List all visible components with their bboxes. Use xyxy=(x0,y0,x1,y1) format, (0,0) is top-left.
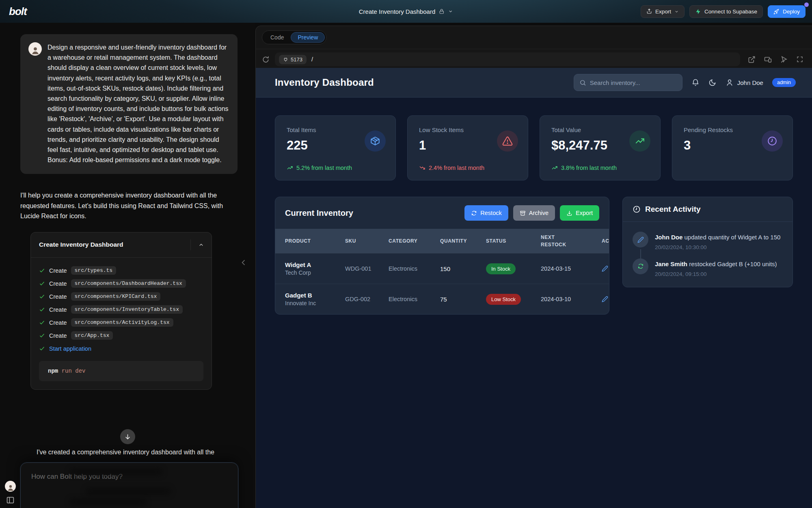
kpi-trend-text: 5.2% from last month xyxy=(296,165,352,171)
chevron-down-icon xyxy=(674,9,679,14)
column-header: STATUS xyxy=(486,238,541,244)
kpi-card-total-value: Total Value $8,247.75 3.8% from last mon… xyxy=(540,115,661,180)
inventory-title: Current Inventory xyxy=(285,208,353,218)
pencil-icon xyxy=(633,232,648,247)
project-title-menu[interactable]: Create Inventory Dashboard xyxy=(359,0,453,23)
assistant-message: I'll help you create a comprehensive inv… xyxy=(20,190,238,221)
port-pill[interactable]: 5173 xyxy=(279,55,307,64)
column-header: QUANTITY xyxy=(440,238,486,244)
start-application-link[interactable]: Start application xyxy=(49,345,91,352)
file-link[interactable]: src/types.ts xyxy=(71,266,117,275)
plan-step: Create src/components/KPICard.tsx xyxy=(39,290,203,303)
export-label: Export xyxy=(576,210,593,216)
kpi-trend-text: 3.8% from last month xyxy=(561,165,617,171)
plan-card: Create Inventory Dashboard Create src/ty… xyxy=(30,232,212,390)
step-action: Create xyxy=(49,306,67,313)
url-bar[interactable]: 5173 / xyxy=(275,52,740,66)
connect-supabase-button[interactable]: Connect to Supabase xyxy=(689,5,763,18)
download-icon xyxy=(566,210,572,216)
archive-button[interactable]: Archive xyxy=(513,205,555,221)
chevron-up-icon[interactable] xyxy=(190,239,212,250)
inspector-cursor-icon[interactable] xyxy=(780,56,788,63)
search-input[interactable] xyxy=(590,79,677,86)
file-link[interactable]: src/components/InventoryTable.tsx xyxy=(71,305,183,314)
app-title: Inventory Dashboard xyxy=(275,77,374,88)
app-header: Inventory Dashboard John Doe admin xyxy=(256,68,812,98)
step-action: Create xyxy=(49,267,67,274)
restock-label: Restock xyxy=(480,210,501,216)
clock-icon xyxy=(633,205,641,213)
sidebar-toggle-icon[interactable] xyxy=(6,496,15,504)
plan-step: Create src/components/InventoryTable.tsx xyxy=(39,303,203,316)
archive-icon xyxy=(520,210,526,216)
device-preview-icon[interactable] xyxy=(764,56,772,63)
supabase-icon xyxy=(695,9,701,15)
user-message: Design a responsive and user-friendly in… xyxy=(20,34,238,174)
plan-title: Create Inventory Dashboard xyxy=(39,241,123,248)
restock-button[interactable]: Restock xyxy=(464,205,508,221)
tab-code[interactable]: Code xyxy=(263,32,291,43)
check-icon xyxy=(39,267,45,274)
command-args: run dev xyxy=(62,368,86,374)
user-menu[interactable]: John Doe xyxy=(726,78,763,87)
activity-item: John Doe updated quantity of Widget A to… xyxy=(633,232,783,258)
redacted-content xyxy=(86,488,171,495)
alert-triangle-icon xyxy=(497,130,518,152)
file-link[interactable]: src/components/ActivityLog.tsx xyxy=(71,318,173,327)
quantity-cell[interactable]: 75 xyxy=(440,296,486,303)
file-link[interactable]: src/App.tsx xyxy=(71,331,113,340)
step-action: Create xyxy=(49,319,67,326)
assistant-outro-text: I've created a comprehensive inventory d… xyxy=(37,449,227,456)
step-action: Create xyxy=(49,293,67,300)
chat-input[interactable] xyxy=(31,473,227,499)
preview-frame: Inventory Dashboard John Doe admin xyxy=(256,68,812,508)
chevron-down-icon xyxy=(448,9,453,14)
deploy-button[interactable]: Deploy xyxy=(768,5,806,18)
trending-up-icon xyxy=(551,165,558,171)
collapse-chat-button[interactable] xyxy=(240,258,248,267)
user-icon xyxy=(726,78,734,87)
redacted-content xyxy=(69,499,147,505)
edit-pencil-icon[interactable] xyxy=(602,265,608,272)
top-bar: bolt Create Inventory Dashboard Export C… xyxy=(0,0,812,23)
product-name: Gadget B xyxy=(285,292,345,299)
fullscreen-icon[interactable] xyxy=(796,56,803,63)
share-icon xyxy=(646,9,652,14)
inventory-search[interactable] xyxy=(574,74,682,91)
scroll-to-bottom-button[interactable] xyxy=(120,429,135,444)
open-external-icon[interactable] xyxy=(748,56,756,63)
kpi-card-pending-restocks: Pending Restocks 3 xyxy=(672,115,793,180)
reload-icon[interactable] xyxy=(262,56,270,63)
table-row[interactable]: Widget A Tech Corp WDG-001 Electronics 1… xyxy=(275,253,609,284)
supabase-label: Connect to Supabase xyxy=(704,9,757,15)
dark-mode-toggle-icon[interactable] xyxy=(708,78,717,87)
bolt-logo[interactable]: bolt xyxy=(6,5,27,18)
column-header: SKU xyxy=(345,238,389,244)
edit-pencil-icon[interactable] xyxy=(602,296,608,302)
quantity-cell[interactable]: 150 xyxy=(440,265,486,272)
tab-preview[interactable]: Preview xyxy=(291,32,325,43)
account-avatar[interactable] xyxy=(5,481,16,492)
code-preview-toggle: Code Preview xyxy=(262,30,326,44)
clock-icon xyxy=(762,130,783,152)
status-badge: In Stock xyxy=(486,263,516,274)
plug-icon xyxy=(283,57,288,62)
column-header: CATEGORY xyxy=(389,238,440,244)
refresh-icon xyxy=(471,210,477,216)
product-supplier: Innovate Inc xyxy=(285,300,345,306)
plan-step: Create src/components/ActivityLog.tsx xyxy=(39,316,203,329)
table-row[interactable]: Gadget B Innovate Inc GDG-002 Electronic… xyxy=(275,284,609,314)
bell-icon[interactable] xyxy=(691,78,700,87)
file-link[interactable]: src/components/KPICard.tsx xyxy=(71,292,161,301)
plan-card-header[interactable]: Create Inventory Dashboard xyxy=(31,232,212,258)
export-button[interactable]: Export xyxy=(560,205,599,221)
plan-step-start: Start application xyxy=(39,342,203,355)
chat-input-box xyxy=(20,462,238,508)
port-number: 5173 xyxy=(291,56,302,63)
next-restock-cell: 2024-03-10 xyxy=(541,296,602,302)
next-restock-cell: 2024-03-15 xyxy=(541,265,602,272)
file-link[interactable]: src/components/DashboardHeader.tsx xyxy=(71,279,186,288)
package-icon xyxy=(365,130,386,152)
step-action: Create xyxy=(49,280,67,287)
export-button[interactable]: Export xyxy=(641,5,685,18)
